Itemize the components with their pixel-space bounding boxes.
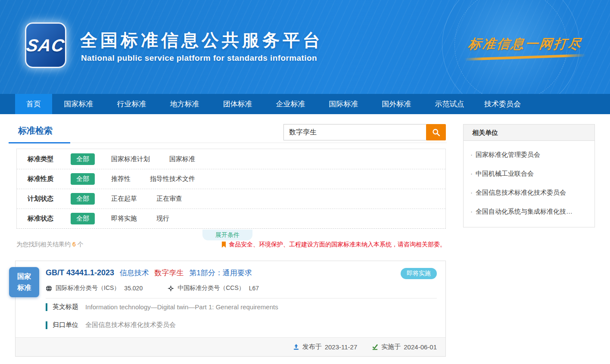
filter-row-plan-status: 计划状态 全部 正在起草 正在审查 xyxy=(17,189,445,208)
standard-title-highlight: 数字孪生 xyxy=(155,269,184,277)
detail-value: Information technology—Digital twin—Part… xyxy=(85,303,278,311)
filter-all-badge[interactable]: 全部 xyxy=(71,153,95,165)
filter-panel: 标准类型 全部 国家标准计划 国家标准 标准性质 全部 推荐性 指导性技术文件 … xyxy=(16,149,446,229)
related-unit-label: 全国信息技术标准化技术委员会 xyxy=(476,189,566,196)
bullet: · xyxy=(470,208,473,215)
site-header: SAC 全国标准信息公共服务平台 National public service… xyxy=(0,0,610,94)
related-unit-link[interactable]: ·全国信息技术标准化技术委员会 xyxy=(470,183,588,202)
card-divider xyxy=(46,298,437,299)
ccs-value: L67 xyxy=(249,285,259,292)
related-unit-link[interactable]: ·国家标准化管理委员会 xyxy=(470,145,588,164)
classification-row: 国际标准分类号（ICS） 35.020 中国标准分类号（CCS） L67 xyxy=(46,284,259,292)
filter-option[interactable]: 即将实施 xyxy=(111,215,137,223)
filter-row-standard-status: 标准状态 全部 即将实施 现行 xyxy=(17,208,445,228)
national-standard-tag: 国家 标准 xyxy=(9,267,39,297)
site-subtitle: National public service platform for sta… xyxy=(81,53,317,63)
implemented-date: 2024-06-01 xyxy=(404,343,437,351)
ics-label: 国际标准分类号（ICS） xyxy=(56,284,120,292)
nav-tab-enterprise-standards[interactable]: 企业标准 xyxy=(264,94,317,114)
magnifier-icon xyxy=(432,128,441,137)
check-icon xyxy=(372,344,378,350)
results-count: 为您找到相关结果约6个 xyxy=(16,241,84,249)
compass-icon xyxy=(168,285,174,292)
results-count-number: 6 xyxy=(72,241,76,248)
nav-tab-foreign-standards[interactable]: 国外标准 xyxy=(370,94,423,114)
detail-row-english-title: 英文标题 Information technology—Digital twin… xyxy=(46,303,278,311)
filter-option[interactable]: 推荐性 xyxy=(111,175,131,183)
nav-tab-local-standards[interactable]: 地方标准 xyxy=(158,94,211,114)
search-input[interactable] xyxy=(283,124,426,140)
implemented-date-item: 实施于 2024-06-01 xyxy=(372,343,437,351)
detail-label: 归口单位 xyxy=(53,321,78,329)
filter-all-badge[interactable]: 全部 xyxy=(71,213,95,224)
nav-tab-pilot-program[interactable]: 示范试点 xyxy=(423,94,476,114)
bookmark-icon xyxy=(221,241,226,248)
title-accent-bar xyxy=(9,142,70,143)
filter-option[interactable]: 现行 xyxy=(156,215,169,223)
bullet: · xyxy=(470,170,473,177)
detail-value: 全国信息技术标准化技术委员会 xyxy=(85,321,176,329)
filter-row-standard-type: 标准类型 全部 国家标准计划 国家标准 xyxy=(17,149,445,169)
page: SAC 全国标准信息公共服务平台 National public service… xyxy=(0,0,610,364)
sac-logo-text: SAC xyxy=(25,36,66,55)
filter-label: 标准状态 xyxy=(28,215,65,223)
results-meta-row: 为您找到相关结果约6个 食品安全、环境保护、工程建设方面的国家标准未纳入本系统，… xyxy=(16,241,446,249)
related-unit-label: 中国机械工业联合会 xyxy=(476,170,534,177)
results-count-suffix: 个 xyxy=(78,241,84,248)
result-card: 国家 标准 GB/T 43441.1-2023 信息技术 数字孪生 第1部分：通… xyxy=(15,261,446,357)
card-footer: 发布于 2023-11-27 实施于 2024-06-01 xyxy=(16,337,445,356)
filter-label: 计划状态 xyxy=(28,195,65,203)
published-label: 发布于 xyxy=(302,343,322,351)
tag-line1: 国家 xyxy=(9,271,39,282)
filter-all-badge[interactable]: 全部 xyxy=(71,173,95,185)
related-unit-label: 全国自动化系统与集成标准化技… xyxy=(476,208,573,215)
nav-tab-home[interactable]: 首页 xyxy=(15,94,52,114)
tag-line2: 标准 xyxy=(9,282,39,293)
published-date: 2023-11-27 xyxy=(325,343,358,351)
standard-title-part2: 第1部分：通用要求 xyxy=(189,269,252,277)
nav-tab-group-standards[interactable]: 团体标准 xyxy=(211,94,264,114)
standard-title-link[interactable]: GB/T 43441.1-2023 信息技术 数字孪生 第1部分：通用要求 xyxy=(46,268,252,278)
slogan-banner: 标准信息一网打尽 xyxy=(464,35,586,59)
status-badge: 即将实施 xyxy=(401,268,437,279)
related-units-panel: 相关单位 ·国家标准化管理委员会 ·中国机械工业联合会 ·全国信息技术标准化技术… xyxy=(463,124,595,227)
related-unit-link[interactable]: ·全国自动化系统与集成标准化技… xyxy=(470,202,588,221)
teal-accent-bar xyxy=(46,321,47,329)
standard-code: GB/T 43441.1-2023 xyxy=(46,268,114,277)
bullet: · xyxy=(470,151,473,158)
teal-accent-bar xyxy=(46,303,47,311)
nav-tab-technical-committee[interactable]: 技术委员会 xyxy=(476,94,529,114)
related-unit-label: 国家标准化管理委员会 xyxy=(476,151,540,158)
sac-logo[interactable]: SAC xyxy=(25,22,66,68)
filter-option[interactable]: 国家标准 xyxy=(169,155,195,163)
implemented-label: 实施于 xyxy=(381,343,401,351)
filter-option[interactable]: 国家标准计划 xyxy=(111,155,150,163)
filter-option[interactable]: 正在审查 xyxy=(156,195,182,203)
search-button[interactable] xyxy=(426,124,446,140)
detail-label: 英文标题 xyxy=(53,303,78,311)
bullet: · xyxy=(470,189,473,196)
published-date-item: 发布于 2023-11-27 xyxy=(293,343,358,351)
filter-all-badge[interactable]: 全部 xyxy=(71,193,95,205)
filter-row-standard-nature: 标准性质 全部 推荐性 指导性技术文件 xyxy=(17,169,445,189)
results-count-prefix: 为您找到相关结果约 xyxy=(16,241,71,248)
site-title: 全国标准信息公共服务平台 xyxy=(80,28,323,52)
detail-row-committee: 归口单位 全国信息技术标准化技术委员会 xyxy=(46,321,176,329)
expand-conditions-button[interactable]: 展开条件 xyxy=(202,230,252,240)
search-bar xyxy=(283,124,446,140)
notice-text: 食品安全、环境保护、工程建设方面的国家标准未纳入本系统，请咨询相关部委。 xyxy=(229,241,446,249)
related-units-title: 相关单位 xyxy=(464,124,594,141)
filter-label: 标准类型 xyxy=(28,155,65,163)
filter-option[interactable]: 正在起草 xyxy=(111,195,137,203)
related-unit-link[interactable]: ·中国机械工业联合会 xyxy=(470,164,588,183)
filter-option[interactable]: 指导性技术文件 xyxy=(150,175,195,183)
slogan-text: 标准信息一网打尽 xyxy=(464,35,587,53)
nav-tab-international-standards[interactable]: 国际标准 xyxy=(317,94,370,114)
main-nav: 首页 国家标准 行业标准 地方标准 团体标准 企业标准 国际标准 国外标准 示范… xyxy=(0,94,610,114)
standard-title-part1: 信息技术 xyxy=(120,269,149,277)
nav-tab-industry-standards[interactable]: 行业标准 xyxy=(105,94,158,114)
nav-tab-national-standards[interactable]: 国家标准 xyxy=(52,94,105,114)
filter-label: 标准性质 xyxy=(28,175,65,183)
globe-icon xyxy=(46,285,52,292)
ics-value: 35.020 xyxy=(124,285,143,292)
